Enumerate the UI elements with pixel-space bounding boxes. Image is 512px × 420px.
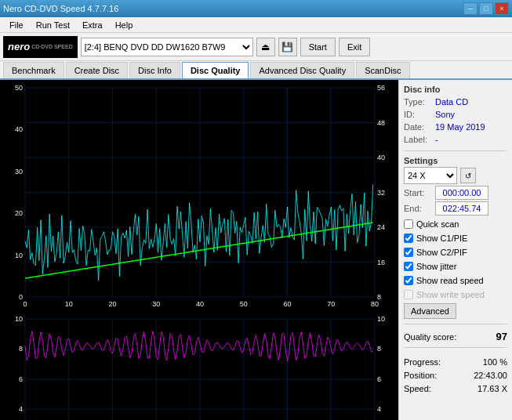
- quality-score-label: Quality score:: [404, 332, 456, 342]
- show-jitter-checkbox[interactable]: [404, 262, 413, 271]
- show-jitter-label: Show jitter: [416, 259, 456, 273]
- show-c1-row: Show C1/PIE: [404, 231, 507, 245]
- tab-disc-quality[interactable]: Disc Quality: [182, 62, 249, 78]
- show-jitter-row: Show jitter: [404, 259, 507, 273]
- progress-value: 100 %: [483, 356, 507, 369]
- position-value: 22:43.00: [474, 369, 507, 382]
- minimize-button[interactable]: –: [463, 2, 478, 15]
- show-write-speed-row: Show write speed: [404, 288, 507, 302]
- quick-scan-row: Quick scan: [404, 217, 507, 231]
- end-time-input[interactable]: [435, 201, 488, 215]
- show-read-speed-checkbox[interactable]: [404, 276, 413, 285]
- menu-file[interactable]: File: [3, 19, 30, 31]
- menu-bar: File Run Test Extra Help: [0, 17, 512, 33]
- show-c2-row: Show C2/PIF: [404, 245, 507, 259]
- id-value: Sony: [435, 108, 455, 121]
- progress-section: Progress: 100 % Position: 22:43.00 Speed…: [404, 356, 507, 396]
- start-time-row: Start:: [404, 186, 507, 200]
- save-button[interactable]: 💾: [278, 38, 297, 56]
- title-bar: Nero CD-DVD Speed 4.7.7.16 – □ ×: [0, 0, 512, 17]
- tab-advanced-disc-quality[interactable]: Advanced Disc Quality: [250, 62, 354, 78]
- menu-help[interactable]: Help: [109, 19, 140, 31]
- sidebar: Disc info Type: Data CD ID: Sony Date: 1…: [398, 80, 512, 420]
- toolbar: nero CD·DVD SPEED [2:4] BENQ DVD DD DW16…: [0, 33, 512, 61]
- refresh-button[interactable]: ↺: [460, 168, 476, 183]
- tab-bar: Benchmark Create Disc Disc Info Disc Qua…: [0, 61, 512, 80]
- start-label: Start:: [404, 188, 432, 197]
- show-c2-checkbox[interactable]: [404, 248, 413, 257]
- top-chart: [2, 81, 397, 311]
- progress-row: Progress: 100 %: [404, 356, 507, 369]
- quality-score-value: 97: [496, 331, 507, 342]
- main-content: C1 Errors Average: 2.93 Maximum: 22 Tota…: [0, 80, 512, 420]
- menu-extra[interactable]: Extra: [76, 19, 109, 31]
- divider-1: [404, 150, 507, 151]
- show-c1-label: Show C1/PIE: [416, 231, 467, 245]
- tab-create-disc[interactable]: Create Disc: [66, 62, 128, 78]
- close-button[interactable]: ×: [495, 2, 509, 15]
- show-c2-label: Show C2/PIF: [416, 245, 467, 259]
- menu-runtest[interactable]: Run Test: [30, 19, 76, 31]
- disc-info-title: Disc info: [404, 85, 507, 94]
- show-read-speed-label: Show read speed: [416, 273, 484, 288]
- charts-wrapper: C1 Errors Average: 2.93 Maximum: 22 Tota…: [0, 80, 398, 420]
- tab-scandisc[interactable]: ScanDisc: [356, 62, 409, 78]
- label-value: -: [435, 133, 438, 146]
- drive-selector[interactable]: [2:4] BENQ DVD DD DW1620 B7W9: [81, 38, 253, 56]
- show-write-speed-checkbox: [404, 290, 413, 299]
- quality-score-section: Quality score: 97: [404, 331, 507, 342]
- charts-container: [0, 80, 398, 420]
- end-time-row: End:: [404, 201, 507, 215]
- label-label: Label:: [404, 133, 432, 146]
- show-c1-checkbox[interactable]: [404, 234, 413, 243]
- start-button[interactable]: Start: [300, 38, 336, 56]
- show-write-speed-label: Show write speed: [416, 288, 485, 302]
- type-label: Type:: [404, 96, 432, 108]
- disc-id-row: ID: Sony: [404, 108, 507, 121]
- settings-title: Settings: [404, 156, 507, 165]
- advanced-button[interactable]: Advanced: [404, 303, 456, 319]
- end-label: End:: [404, 204, 432, 213]
- speed-selector[interactable]: 24 X Maximum 4 X 8 X 16 X 32 X 40 X 48 X: [404, 167, 457, 184]
- tab-benchmark[interactable]: Benchmark: [3, 62, 64, 78]
- tab-disc-info[interactable]: Disc Info: [129, 62, 180, 78]
- maximize-button[interactable]: □: [479, 2, 493, 15]
- disc-label-row: Label: -: [404, 133, 507, 146]
- bottom-chart: [2, 313, 397, 420]
- progress-label: Progress:: [404, 356, 441, 369]
- show-read-speed-row: Show read speed: [404, 273, 507, 288]
- disc-type-row: Type: Data CD: [404, 96, 507, 108]
- quick-scan-checkbox[interactable]: [404, 219, 413, 229]
- settings-section: Settings 24 X Maximum 4 X 8 X 16 X 32 X …: [404, 156, 507, 319]
- speed-row: Speed: 17.63 X: [404, 382, 507, 396]
- eject-button[interactable]: ⏏: [256, 38, 275, 56]
- window-title: Nero CD-DVD Speed 4.7.7.16: [3, 4, 118, 13]
- window-controls: – □ ×: [463, 2, 509, 15]
- divider-3: [404, 347, 507, 348]
- speed-row: 24 X Maximum 4 X 8 X 16 X 32 X 40 X 48 X…: [404, 167, 507, 184]
- divider-2: [404, 324, 507, 324]
- date-value: 19 May 2019: [435, 121, 485, 133]
- nero-logo: nero CD·DVD SPEED: [3, 36, 78, 58]
- disc-info-section: Disc info Type: Data CD ID: Sony Date: 1…: [404, 85, 507, 146]
- date-label: Date:: [404, 121, 432, 133]
- position-label: Position:: [404, 369, 437, 382]
- speed-label: Speed:: [404, 382, 431, 396]
- quick-scan-label: Quick scan: [416, 217, 459, 231]
- start-time-input[interactable]: [435, 186, 488, 200]
- speed-value: 17.63 X: [478, 382, 507, 396]
- id-label: ID:: [404, 108, 432, 121]
- position-row: Position: 22:43.00: [404, 369, 507, 382]
- exit-button[interactable]: Exit: [339, 38, 370, 56]
- type-value: Data CD: [435, 96, 468, 108]
- disc-date-row: Date: 19 May 2019: [404, 121, 507, 133]
